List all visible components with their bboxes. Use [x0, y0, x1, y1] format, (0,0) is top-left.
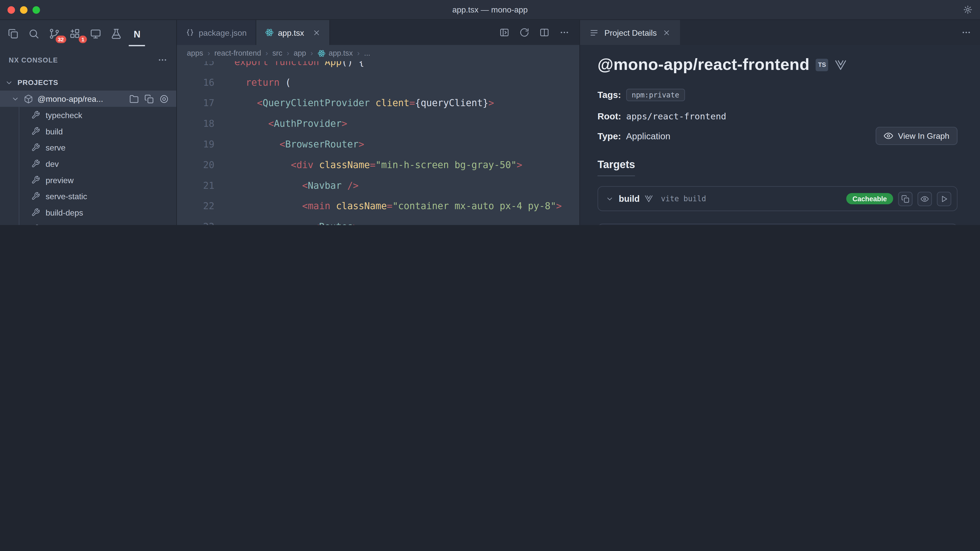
- maximize-window-button[interactable]: [32, 6, 40, 13]
- line-number[interactable]: 15: [177, 61, 215, 73]
- line-number[interactable]: 22: [177, 196, 215, 217]
- panel-tab-label: Project Details: [605, 28, 657, 37]
- projects-tree: PROJECTS @mono-app/rea... typecheckbuild…: [0, 72, 177, 225]
- sidebar-target-dev[interactable]: dev: [0, 156, 177, 172]
- target-card-build-deps[interactable]: build-depsnx:noop: [597, 224, 958, 225]
- copy-target-button[interactable]: [898, 192, 912, 206]
- sidebar-target-watch-deps[interactable]: watch-deps: [0, 221, 177, 225]
- copy-icon[interactable]: [145, 94, 154, 103]
- target-card-build[interactable]: buildvite buildCacheable: [597, 186, 958, 211]
- breadcrumb-separator: ›: [357, 49, 360, 57]
- refresh-icon[interactable]: [519, 27, 529, 38]
- view-target-button[interactable]: [918, 192, 932, 206]
- copy-icon: [901, 195, 909, 203]
- code-line-20: 20 <div className="min-h-screen bg-gray-…: [177, 155, 579, 176]
- breadcrumb: apps›react-frontend›src›app›app.tsx›...: [177, 45, 579, 61]
- breadcrumb-item-src[interactable]: src: [272, 49, 282, 57]
- breadcrumb-item-react-frontend[interactable]: react-frontend: [215, 49, 261, 57]
- target-label: preview: [46, 175, 74, 185]
- chevron-down-icon: [11, 95, 19, 103]
- vite-icon: [645, 194, 653, 203]
- reveal-folder-icon[interactable]: [129, 94, 139, 103]
- sidebar-target-serve[interactable]: serve: [0, 139, 177, 156]
- editor-group: package.jsonapp.tsx apps›react-frontend›…: [177, 20, 579, 225]
- line-number[interactable]: 21: [177, 176, 215, 196]
- run-target-button[interactable]: [937, 192, 951, 206]
- panel-more-icon[interactable]: [961, 27, 971, 38]
- tags-label: Tags:: [597, 90, 621, 100]
- target-icon[interactable]: [159, 94, 169, 103]
- search-icon[interactable]: [27, 27, 41, 41]
- minimize-window-button[interactable]: [20, 6, 27, 13]
- play-icon: [940, 195, 948, 203]
- nx-console-icon[interactable]: N: [130, 27, 144, 41]
- wrench-icon: [31, 176, 40, 184]
- tab-label: package.json: [199, 28, 247, 37]
- line-number[interactable]: 19: [177, 135, 215, 155]
- breadcrumb-item-...[interactable]: ...: [364, 49, 370, 57]
- settings-gear-icon[interactable]: [963, 5, 973, 14]
- sidebar-target-serve-static[interactable]: serve-static: [0, 188, 177, 204]
- sidebar-section-projects[interactable]: PROJECTS: [0, 74, 177, 91]
- panel-body: @mono-app/react-frontend TS Tags: npm:pr…: [580, 45, 980, 225]
- extensions-badge: 1: [79, 36, 87, 43]
- line-number[interactable]: 16: [177, 73, 215, 93]
- breadcrumb-item-apps[interactable]: apps: [187, 49, 203, 57]
- sidebar-target-preview[interactable]: preview: [0, 171, 177, 188]
- line-number[interactable]: 20: [177, 155, 215, 176]
- wrench-icon: [31, 192, 40, 200]
- code-line-22: 22 <main className="container mx-auto px…: [177, 196, 579, 217]
- type-value: Application: [626, 131, 670, 141]
- breadcrumb-separator: ›: [310, 49, 313, 57]
- extensions-icon[interactable]: 1: [68, 27, 82, 41]
- source-control-icon[interactable]: 32: [48, 27, 61, 41]
- breadcrumb-item-app[interactable]: app: [293, 49, 306, 57]
- open-to-side-icon[interactable]: [500, 27, 509, 38]
- sidebar-more-icon[interactable]: [158, 55, 167, 65]
- root-label: Root:: [597, 111, 621, 121]
- close-icon[interactable]: [662, 28, 670, 37]
- tab-app.tsx[interactable]: app.tsx: [256, 20, 330, 45]
- wrench-icon: [31, 224, 40, 225]
- project-details-panel: Project Details @mono-app/react-frontend…: [579, 20, 980, 225]
- line-number[interactable]: 17: [177, 93, 215, 114]
- sidebar-target-build[interactable]: build: [0, 123, 177, 139]
- targets-heading: Targets: [597, 159, 635, 176]
- target-command: vite build: [661, 194, 706, 203]
- sidebar-target-build-deps[interactable]: build-deps: [0, 204, 177, 221]
- remote-explorer-icon[interactable]: [89, 27, 103, 41]
- typescript-badge: TS: [816, 59, 829, 71]
- project-title: @mono-app/react-frontend: [597, 55, 810, 75]
- activity-bar: 32 1 N: [0, 20, 177, 48]
- breadcrumb-item-app.tsx[interactable]: app.tsx: [318, 49, 353, 57]
- sidebar-title: NX CONSOLE: [9, 56, 152, 63]
- sidebar: 32 1 N NX CONSOLE PROJECTS @mono-app/re: [0, 20, 177, 225]
- split-editor-icon[interactable]: [539, 27, 549, 38]
- tab-project-details[interactable]: Project Details: [580, 20, 680, 45]
- files-icon[interactable]: [6, 27, 20, 41]
- tab-package.json[interactable]: package.json: [177, 20, 256, 45]
- tag-npm-private: npm:private: [626, 89, 685, 101]
- project-label: @mono-app/rea...: [38, 94, 125, 103]
- sidebar-project-mono-app[interactable]: @mono-app/rea...: [0, 91, 177, 107]
- source-control-badge: 32: [56, 36, 66, 43]
- close-tab-icon[interactable]: [312, 28, 320, 37]
- react-icon: [265, 28, 273, 37]
- code-editor[interactable]: 15export function App() {16 return (17 <…: [177, 61, 579, 225]
- line-number[interactable]: 23: [177, 217, 215, 225]
- package-icon: [24, 94, 33, 103]
- wrench-icon: [31, 159, 40, 168]
- target-label: watch-deps: [46, 224, 87, 225]
- line-number[interactable]: 18: [177, 114, 215, 135]
- close-window-button[interactable]: [7, 6, 15, 13]
- target-label: serve-static: [46, 192, 87, 201]
- testing-icon[interactable]: [110, 27, 123, 41]
- sidebar-target-typecheck[interactable]: typecheck: [0, 107, 177, 123]
- editor-more-icon[interactable]: [559, 27, 570, 38]
- vite-icon: [835, 59, 847, 71]
- view-in-graph-button[interactable]: View In Graph: [876, 127, 958, 145]
- editor-tab-bar: package.jsonapp.tsx: [177, 20, 579, 45]
- code-line-21: 21 <Navbar />: [177, 176, 579, 196]
- wrench-icon: [31, 110, 40, 119]
- panel-tab-bar: Project Details: [580, 20, 980, 45]
